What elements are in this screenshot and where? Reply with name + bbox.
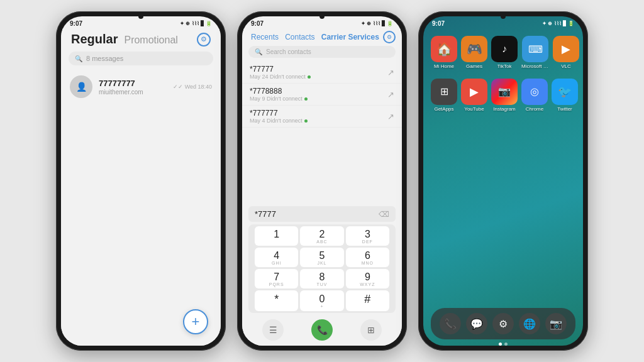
dialer-bottom-bar: ☰ 📞 ⊞ [242, 315, 402, 346]
twitter-icon: 🐦 [552, 79, 578, 105]
message-body: 77777777 miuithemer.com [99, 79, 167, 96]
dock-settings[interactable]: ⚙ [492, 313, 514, 334]
dock-camera[interactable]: 📷 [545, 313, 567, 334]
call-detail-2: May 9 Didn't connect [250, 96, 387, 102]
tab-carrier-services[interactable]: Carrier Services [319, 31, 382, 43]
getapps-icon: ⊞ [431, 79, 457, 105]
voicemail-icon[interactable]: ☰ [262, 319, 284, 341]
app-mihome[interactable]: 🏠 Mi Home [431, 36, 457, 70]
messages-search[interactable]: 🔍 8 messages [69, 52, 213, 65]
mihome-label: Mi Home [434, 64, 454, 70]
recent-call-2[interactable]: *7778888 May 9 Didn't connect ↗ [242, 84, 402, 106]
call-button[interactable]: 📞 [311, 319, 333, 341]
key-1[interactable]: 1 [255, 226, 298, 246]
dial-input[interactable]: *7777 ⌫ [248, 206, 396, 222]
tab-contacts[interactable]: Contacts [282, 31, 317, 43]
call-action-2[interactable]: ↗ [387, 90, 394, 99]
key-4[interactable]: 4GHI [255, 248, 298, 267]
tab-promotional[interactable]: Promotional [124, 35, 177, 46]
key-8[interactable]: 8TUV [300, 269, 343, 288]
settings-gear-icon[interactable]: ⚙ [197, 33, 211, 47]
status-dot-2 [304, 97, 308, 101]
call-action-3[interactable]: ↗ [387, 112, 394, 121]
call-number-1: *77777 [250, 65, 387, 74]
search-icon: 🔍 [75, 55, 82, 62]
dock-phone[interactable]: 📞 [440, 313, 461, 334]
app-chrome[interactable]: ◎ Chrome [521, 79, 548, 112]
messages-header: Regular Promotional ⚙ [61, 28, 221, 49]
status-icons-2: ✦ ⊕ ⌇⌇⌇ ▊ 🔋 [361, 21, 393, 26]
key-9[interactable]: 9WXYZ [346, 269, 389, 288]
dialer-search[interactable]: 🔍 Search contacts [248, 46, 396, 58]
tab-regular[interactable]: Regular [71, 32, 118, 47]
dock-messages[interactable]: 💬 [466, 313, 487, 334]
status-dot-1 [308, 75, 311, 79]
dock: 📞 💬 ⚙ 🌐 📷 [431, 308, 575, 339]
youtube-label: YouTube [464, 107, 484, 112]
keypad-icon[interactable]: ⊞ [360, 319, 382, 341]
phone-3-screen: 9:07 ✦ ⊕ ⌇⌇⌇ ▊ 🔋 🏠 Mi Home 🎮 Games ♪ Tik… [423, 16, 583, 346]
tab-recents[interactable]: Recents [248, 31, 281, 43]
dot-2 [504, 343, 508, 346]
app-instagram[interactable]: 📷 Instagram [491, 79, 518, 112]
message-item[interactable]: 👤 77777777 miuithemer.com ✓✓ Wed 18:40 [61, 70, 221, 103]
message-preview: miuithemer.com [99, 89, 167, 96]
call-info-2: *7778888 May 9 Didn't connect [250, 87, 387, 102]
call-number-2: *7778888 [250, 87, 387, 96]
phone-1-screen: 9:07 ✦ ⊕ ⌇⌇⌇ ▊ 🔋 Regular Promotional ⚙ 🔍… [61, 16, 221, 346]
chrome-label: Chrome [526, 107, 543, 112]
app-twitter[interactable]: 🐦 Twitter [552, 79, 578, 112]
time-2: 9:07 [251, 20, 264, 27]
apps-row-1: 🏠 Mi Home 🎮 Games ♪ TikTok ⌨ Microsoft S… [423, 31, 583, 72]
app-games[interactable]: 🎮 Games [461, 36, 487, 70]
swiftkey-icon: ⌨ [522, 36, 548, 62]
key-star[interactable]: * [255, 290, 298, 311]
tiktok-icon: ♪ [491, 36, 518, 62]
backspace-icon[interactable]: ⌫ [379, 210, 389, 219]
key-0[interactable]: 0+ [300, 290, 343, 311]
status-dot-3 [304, 119, 308, 123]
dialer-app: Recents Contacts Carrier Services ⚙ 🔍 Se… [242, 28, 402, 346]
phone-3: 9:07 ✦ ⊕ ⌇⌇⌇ ▊ 🔋 🏠 Mi Home 🎮 Games ♪ Tik… [418, 11, 588, 351]
twitter-label: Twitter [557, 107, 572, 112]
app-youtube[interactable]: ▶ YouTube [461, 79, 487, 112]
key-2[interactable]: 2ABC [300, 226, 343, 246]
status-icons-3: ✦ ⊕ ⌇⌇⌇ ▊ 🔋 [542, 21, 574, 26]
apps-row-2: ⊞ GetApps ▶ YouTube 📷 Instagram ◎ Chrome… [423, 74, 583, 115]
key-3[interactable]: 3DEF [346, 226, 389, 246]
recent-call-1[interactable]: *77777 May 24 Didn't connect ↗ [242, 62, 402, 84]
dock-browser[interactable]: 🌐 [519, 313, 540, 334]
search-placeholder: 8 messages [86, 55, 123, 62]
mihome-icon: 🏠 [431, 36, 457, 62]
phone-2-screen: 9:07 ✦ ⊕ ⌇⌇⌇ ▊ 🔋 Recents Contacts Carrie… [242, 16, 402, 346]
games-label: Games [466, 64, 482, 70]
search-placeholder-2: Search contacts [266, 48, 311, 55]
call-action-1[interactable]: ↗ [387, 68, 394, 77]
page-indicator [423, 343, 583, 346]
recent-calls-list: *77777 May 24 Didn't connect ↗ *7778888 … [242, 62, 402, 205]
games-icon: 🎮 [461, 36, 487, 62]
swiftkey-label: Microsoft SwiftKey [521, 64, 549, 70]
recent-call-3[interactable]: *777777 May 4 Didn't connect ↗ [242, 106, 402, 128]
camera-notch-3 [501, 14, 506, 19]
keypad: 1 2ABC 3DEF 4GHI 5JKL 6MNO 7PQRS 8TUV 9W… [248, 224, 396, 313]
instagram-label: Instagram [493, 107, 516, 112]
vlc-label: VLC [561, 64, 571, 70]
dialed-number: *7777 [255, 209, 276, 219]
dialer-gear-icon[interactable]: ⚙ [383, 31, 396, 43]
key-hash[interactable]: # [346, 290, 389, 311]
key-5[interactable]: 5JKL [300, 248, 343, 267]
chrome-icon: ◎ [521, 79, 548, 105]
key-6[interactable]: 6MNO [346, 248, 389, 267]
key-7[interactable]: 7PQRS [255, 269, 298, 288]
search-icon-2: 🔍 [255, 48, 262, 55]
time-label: Wed 18:40 [185, 84, 212, 90]
call-detail-3: May 4 Didn't connect [250, 118, 387, 124]
dot-1 [499, 343, 502, 346]
app-getapps[interactable]: ⊞ GetApps [431, 79, 457, 112]
compose-button[interactable]: + [183, 309, 208, 334]
app-vlc[interactable]: ▶ VLC [553, 36, 579, 70]
instagram-icon: 📷 [491, 79, 518, 105]
app-tiktok[interactable]: ♪ TikTok [491, 36, 518, 70]
app-swiftkey[interactable]: ⌨ Microsoft SwiftKey [521, 36, 549, 70]
